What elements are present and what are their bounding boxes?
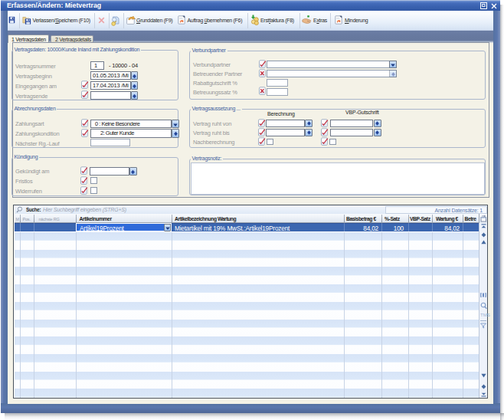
svg-text:TMS: TMS bbox=[480, 313, 490, 317]
